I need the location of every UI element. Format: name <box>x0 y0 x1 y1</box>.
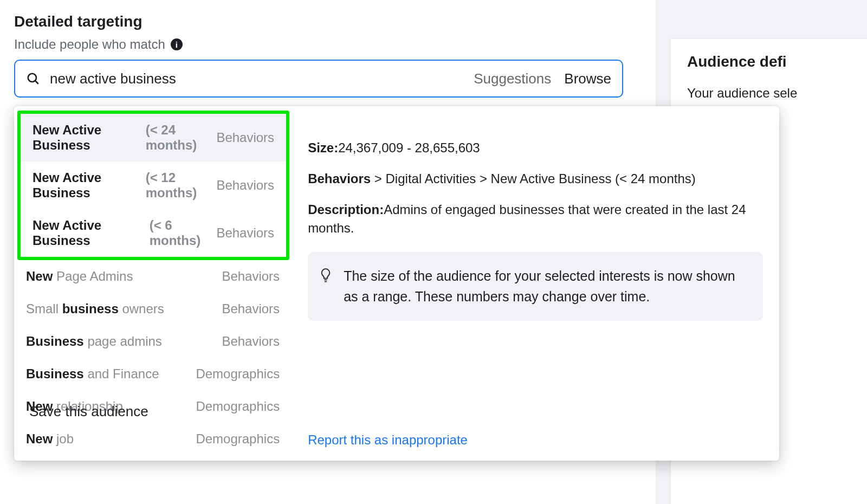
targeting-search-wrap: Suggestions Browse <box>14 60 623 98</box>
audience-definition-title: Audience defi <box>687 53 867 70</box>
targeting-option[interactable]: New Active Business(< 12 months)Behavior… <box>21 161 286 209</box>
targeting-option[interactable]: New Page AdminsBehaviors <box>14 260 292 293</box>
detail-path-value: > Digital Activities > New Active Busine… <box>371 171 696 186</box>
detail-size-row: Size:24,367,009 - 28,655,603 <box>308 139 763 158</box>
targeting-option[interactable]: New Active Business(< 24 months)Behavior… <box>21 114 286 161</box>
highlighted-options-group: New Active Business(< 24 months)Behavior… <box>17 111 289 260</box>
audience-size-note-text: The size of the audience for your select… <box>344 266 747 307</box>
info-icon[interactable]: i <box>171 38 183 50</box>
suggestions-link[interactable]: Suggestions <box>474 70 551 87</box>
lightbulb-icon <box>320 268 332 289</box>
browse-link[interactable]: Browse <box>564 70 611 87</box>
svg-line-1 <box>35 81 38 84</box>
targeting-search-input[interactable] <box>50 61 474 96</box>
detail-size-label: Size: <box>308 140 338 155</box>
include-match-label: Include people who match <box>14 37 165 52</box>
detail-description-label: Description: <box>308 202 384 217</box>
option-detail-panel: Size:24,367,009 - 28,655,603 Behaviors >… <box>292 106 779 461</box>
audience-size-note: The size of the audience for your select… <box>308 252 763 321</box>
targeting-option[interactable]: New Active Business(< 6 months)Behaviors <box>21 209 286 257</box>
detail-path-row: Behaviors > Digital Activities > New Act… <box>308 170 763 189</box>
targeting-option[interactable]: Business and FinanceDemographics <box>14 358 292 390</box>
detail-description-row: Description:Admins of engaged businesses… <box>308 201 763 238</box>
targeting-option[interactable]: New jobDemographics <box>14 423 292 455</box>
save-audience-button[interactable]: Save this audience <box>29 403 148 420</box>
search-icon <box>26 72 40 86</box>
svg-rect-3 <box>325 281 327 282</box>
targeting-option[interactable]: Small business ownersBehaviors <box>14 293 292 325</box>
svg-rect-2 <box>324 280 327 281</box>
audience-definition-sub: Your audience sele <box>687 86 867 101</box>
detail-size-value: 24,367,009 - 28,655,603 <box>338 140 480 155</box>
svg-point-0 <box>28 74 36 82</box>
detail-path-label: Behaviors <box>308 171 371 186</box>
targeting-option[interactable]: Business page adminsBehaviors <box>14 325 292 358</box>
report-inappropriate-link[interactable]: Report this as inappropriate <box>308 393 763 450</box>
